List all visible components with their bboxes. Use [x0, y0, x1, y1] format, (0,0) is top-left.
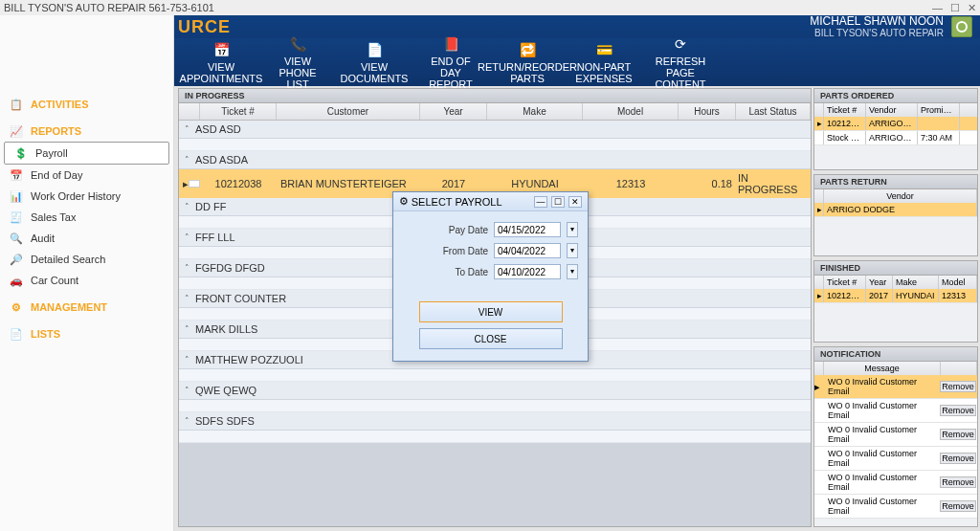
audit-icon: 🔍 — [10, 232, 23, 245]
empty-row — [179, 431, 811, 443]
col-make[interactable]: Make — [487, 103, 583, 120]
notification-row[interactable]: ▸WO 0 Invalid Customer EmailRemove — [814, 375, 977, 399]
reports-icon: 📈 — [10, 124, 23, 138]
chevron-up-icon: ˄ — [185, 155, 189, 165]
panel-title: PARTS RETURN — [814, 175, 977, 189]
endofday-icon: 📅 — [10, 168, 23, 182]
chevron-up-icon: ˄ — [185, 294, 189, 303]
user-name: MICHAEL SHAWN NOON — [810, 15, 944, 28]
history-icon: 📊 — [10, 189, 23, 203]
sidebar-item-audit[interactable]: 🔍Audit — [0, 228, 173, 249]
tax-icon: 🧾 — [10, 210, 23, 224]
sidebar-item-carcount[interactable]: 🚗Car Count — [0, 270, 173, 291]
maximize-icon[interactable]: ☐ — [551, 196, 565, 208]
report-icon: 📕 — [441, 34, 460, 54]
grid-header: Vendor — [814, 189, 977, 203]
expense-icon: 💳 — [594, 40, 613, 59]
grid-header: Ticket # Customer Year Make Model Hours … — [179, 103, 811, 121]
group-row[interactable]: ˄ASD ASDA — [179, 151, 811, 169]
sidebar-item-payroll[interactable]: 💲Payroll — [4, 142, 169, 165]
chevron-up-icon: ˄ — [185, 232, 189, 242]
col-ticket[interactable]: Ticket # — [200, 103, 277, 120]
sidebar-item-salestax[interactable]: 🧾Sales Tax — [0, 207, 173, 228]
dropdown-icon[interactable]: ▾ — [567, 222, 578, 237]
group-row[interactable]: ˄QWE QEWQ — [179, 382, 811, 400]
col-year[interactable]: Year — [420, 103, 487, 120]
chevron-up-icon: ˄ — [185, 416, 189, 426]
todate-input[interactable] — [494, 264, 561, 279]
activities-icon: 📋 — [10, 98, 23, 111]
paydate-input[interactable] — [494, 222, 561, 237]
minimize-icon[interactable]: — — [534, 196, 547, 208]
tb-phonelist[interactable]: 📞VIEW PHONE LIST — [268, 34, 327, 90]
notification-row[interactable]: WO 0 Invalid Customer EmailRemove — [814, 471, 977, 495]
empty-row — [179, 139, 811, 151]
table-row[interactable]: ▸102120…2017HYUNDAI12313 — [814, 289, 977, 303]
col-model[interactable]: Model — [583, 103, 679, 120]
col-customer[interactable]: Customer — [277, 103, 420, 120]
tb-appointments[interactable]: 📅VIEW APPOINTMENTS — [191, 40, 251, 84]
tb-refresh[interactable]: ⟳REFRESH PAGE CONTENT — [651, 34, 710, 90]
chevron-up-icon: ˄ — [185, 202, 189, 211]
notification-row[interactable]: WO 0 Invalid Customer EmailRemove — [814, 399, 977, 423]
group-row[interactable]: ˄SDFS SDFS — [179, 412, 811, 431]
sidebar-item-detailedsearch[interactable]: 🔎Detailed Search — [0, 249, 173, 270]
window-controls: — ☐ ✕ — [932, 2, 976, 14]
remove-button[interactable]: Remove — [940, 476, 976, 488]
close-icon[interactable]: ✕ — [968, 2, 976, 14]
close-button[interactable]: CLOSE — [419, 328, 563, 349]
fromdate-input[interactable] — [494, 243, 561, 258]
remove-button[interactable]: Remove — [940, 500, 976, 512]
table-row[interactable]: Stock OrderARRIGO DOD…7:30 AM — [814, 131, 977, 145]
fromdate-label: From Date — [443, 246, 488, 256]
user-block: MICHAEL SHAWN NOON BILL TYSON'S AUTO REP… — [810, 15, 944, 38]
section-title: IN PROGRESS — [179, 89, 811, 103]
remove-button[interactable]: Remove — [940, 453, 976, 464]
panel-title: NOTIFICATION — [814, 347, 977, 362]
view-button[interactable]: VIEW — [419, 301, 563, 322]
sidebar-lists[interactable]: 📄LISTS — [0, 323, 173, 344]
maximize-icon[interactable]: ☐ — [950, 2, 960, 14]
sidebar-item-endofday[interactable]: 📅End of Day — [0, 165, 173, 186]
right-column: PARTS ORDERED Ticket #VendorPromised T… … — [813, 88, 978, 527]
phone-icon: 📞 — [288, 34, 307, 54]
dialog-title: SELECT PAYROLL — [412, 196, 502, 208]
empty-row — [179, 400, 811, 412]
notification-row[interactable]: WO 0 Invalid Customer EmailRemove — [814, 423, 977, 447]
tb-expenses[interactable]: 💳NON-PART EXPENSES — [574, 40, 634, 84]
sidebar-item-wohistory[interactable]: 📊Work Order History — [0, 186, 173, 207]
sidebar-reports[interactable]: 📈REPORTS — [0, 121, 173, 142]
sidebar-activities[interactable]: 📋ACTIVITIES — [0, 94, 173, 115]
notification-row[interactable]: WO 0 Invalid Customer EmailRemove — [814, 447, 977, 471]
dropdown-icon[interactable]: ▾ — [567, 264, 578, 279]
tb-documents[interactable]: 📄VIEW DOCUMENTS — [345, 40, 404, 84]
table-row[interactable]: ▸ARRIGO DODGE — [814, 203, 977, 217]
group-row[interactable]: ˄ASD ASD — [179, 121, 811, 139]
clock-icon[interactable] — [951, 16, 972, 37]
documents-icon: 📄 — [365, 40, 384, 59]
chevron-up-icon: ˄ — [185, 324, 189, 334]
remove-button[interactable]: Remove — [940, 381, 976, 392]
select-payroll-dialog: ⚙ SELECT PAYROLL —☐✕ Pay Date▾ From Date… — [392, 191, 589, 362]
chevron-up-icon: ˄ — [185, 263, 189, 273]
table-row[interactable]: ▸10212020ARRIGO DOD… — [814, 117, 977, 131]
remove-button[interactable]: Remove — [940, 405, 976, 416]
col-hours[interactable]: Hours — [679, 103, 736, 120]
window-titlebar: BILL TYSON'S AUTO REPAIR 561-753-6101 — … — [0, 0, 980, 15]
management-icon: ⚙ — [10, 300, 23, 314]
return-icon: 🔁 — [518, 40, 537, 59]
tb-eodreport[interactable]: 📕END OF DAY REPORT — [421, 34, 480, 90]
chevron-up-icon: ˄ — [185, 355, 189, 365]
col-status[interactable]: Last Status — [736, 103, 811, 120]
notification-row[interactable]: WO 0 Invalid Customer EmailRemove — [814, 495, 977, 519]
dialog-titlebar[interactable]: ⚙ SELECT PAYROLL —☐✕ — [393, 192, 588, 211]
dropdown-icon[interactable]: ▾ — [567, 243, 578, 258]
tb-returnparts[interactable]: 🔁RETURN/REORDER PARTS — [498, 40, 557, 84]
minimize-icon[interactable]: — — [932, 2, 943, 14]
remove-button[interactable]: Remove — [940, 429, 976, 440]
sidebar-management[interactable]: ⚙MANAGEMENT — [0, 297, 173, 318]
parts-ordered-panel: PARTS ORDERED Ticket #VendorPromised T… … — [813, 88, 978, 170]
paydate-row: Pay Date▾ — [393, 219, 588, 240]
sidebar: 📋ACTIVITIES 📈REPORTS 💲Payroll 📅End of Da… — [0, 15, 174, 531]
close-icon[interactable]: ✕ — [568, 196, 582, 208]
